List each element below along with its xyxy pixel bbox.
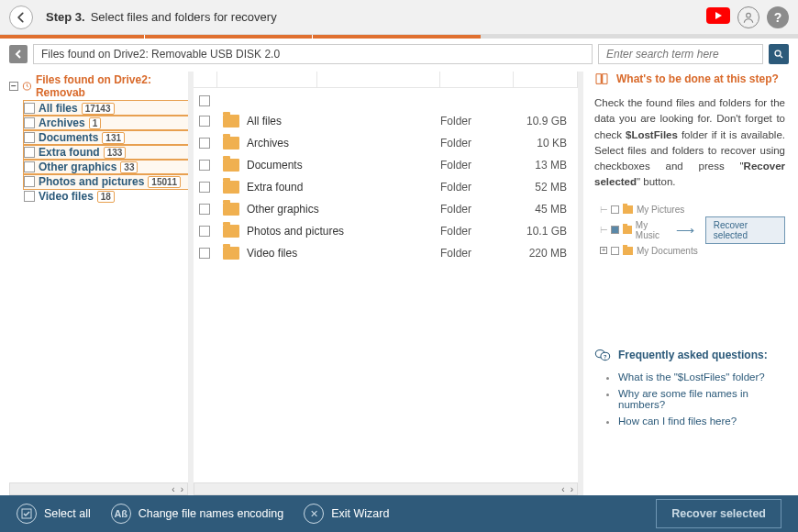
row-checkbox[interactable]	[199, 116, 210, 127]
tree-item-count: 15011	[148, 176, 181, 188]
row-checkbox[interactable]	[199, 226, 210, 237]
file-row[interactable]: Video filesFolder220 MB	[194, 242, 578, 264]
checkbox[interactable]	[24, 176, 35, 187]
help-diagram: ⊢My Pictures ⊢My Music⟶Recover selected …	[594, 204, 785, 257]
folder-icon	[223, 247, 239, 260]
scroll-area: ‹› ‹›	[9, 482, 789, 495]
checkbox-all[interactable]	[199, 95, 210, 106]
grid-h-scroll[interactable]: ‹›	[194, 482, 578, 495]
file-row[interactable]: All filesFolder10.9 GB	[194, 110, 578, 132]
tree-h-scroll[interactable]: ‹›	[9, 482, 188, 495]
sidebar-heading: What's to be done at this step?	[594, 72, 785, 86]
tree-root[interactable]: − Files found on Drive2: Removab	[9, 72, 188, 101]
file-name: Video files	[247, 247, 297, 260]
file-type: Folder	[440, 137, 514, 150]
tree-item-count: 133	[104, 147, 127, 159]
file-row[interactable]: Photos and picturesFolder10.1 GB	[194, 220, 578, 242]
file-type: Folder	[440, 159, 514, 172]
checkbox[interactable]	[24, 117, 35, 128]
file-row[interactable]: Extra foundFolder52 MB	[194, 176, 578, 198]
file-row[interactable]: ArchivesFolder10 KB	[194, 132, 578, 154]
main-content: − Files found on Drive2: Removab All fil…	[0, 72, 798, 499]
tree-item[interactable]: Documents 131	[24, 130, 188, 145]
book-icon	[594, 72, 609, 86]
tree-item-count: 17143	[82, 103, 115, 115]
sidebar-text: Check the found files and folders for th…	[594, 95, 785, 191]
step-title: Select files and folders for recovery	[91, 10, 277, 24]
file-size: 220 MB	[514, 247, 578, 260]
account-icon[interactable]	[737, 6, 759, 28]
file-row[interactable]: Other graphicsFolder45 MB	[194, 198, 578, 220]
tree-item-label: Other graphics	[39, 161, 116, 173]
checkbox[interactable]	[24, 103, 35, 114]
search-button[interactable]	[769, 44, 789, 64]
folder-icon	[223, 203, 239, 216]
tree-item[interactable]: Extra found 133	[24, 145, 188, 160]
folder-icon	[223, 159, 239, 172]
collapse-icon[interactable]: −	[9, 82, 18, 91]
tree-item-label: Video files	[39, 190, 94, 203]
close-icon: ✕	[304, 504, 324, 524]
encoding-button[interactable]: Aß Change file names encoding	[111, 504, 283, 524]
file-size: 10.9 GB	[514, 115, 578, 127]
checkbox[interactable]	[24, 161, 35, 172]
help-icon[interactable]: ?	[767, 6, 789, 28]
faq-link[interactable]: What is the "$LostFiles" folder?	[618, 371, 765, 382]
path-bar	[0, 39, 798, 72]
file-name: Other graphics	[247, 203, 319, 216]
tree-item-label: All files	[39, 102, 78, 115]
search-input[interactable]	[598, 44, 763, 64]
file-name: Documents	[247, 159, 303, 172]
tree-item-label: Extra found	[39, 146, 100, 159]
arrow-left-icon	[15, 11, 28, 24]
file-name: All files	[247, 115, 282, 127]
file-name: Photos and pictures	[247, 225, 344, 238]
file-size: 10 KB	[514, 137, 578, 150]
tree-item[interactable]: Video files 18	[24, 189, 188, 204]
tree-item-count: 131	[102, 132, 125, 144]
faq-icon: ?	[594, 349, 611, 361]
svg-text:?: ?	[604, 353, 607, 359]
tree-item-count: 18	[97, 191, 115, 203]
tree-item[interactable]: Other graphics 33	[24, 160, 188, 174]
recover-selected-button[interactable]: Recover selected	[656, 499, 781, 528]
tree-item[interactable]: Archives 1	[24, 116, 188, 130]
back-button[interactable]	[9, 6, 33, 29]
checkbox[interactable]	[24, 191, 35, 202]
row-checkbox[interactable]	[199, 160, 210, 171]
help-sidebar: What's to be done at this step? Check th…	[583, 72, 789, 499]
file-type: Folder	[440, 181, 514, 194]
file-type: Folder	[440, 247, 514, 260]
file-name: Archives	[247, 137, 289, 150]
tree-item[interactable]: Photos and pictures 15011	[24, 174, 188, 189]
faq-link[interactable]: Why are some file names in numbers?	[618, 388, 748, 410]
youtube-icon[interactable]	[706, 7, 730, 27]
grid-header	[194, 72, 578, 88]
select-all-icon	[17, 504, 37, 524]
file-size: 52 MB	[514, 181, 578, 194]
app-header: Step 3. Select files and folders for rec…	[0, 0, 798, 35]
row-checkbox[interactable]	[199, 138, 210, 149]
file-row[interactable]: DocumentsFolder13 MB	[194, 154, 578, 176]
svg-point-1	[747, 13, 751, 17]
faq-link[interactable]: How can I find files here?	[618, 416, 737, 427]
path-input[interactable]	[33, 44, 593, 64]
folder-icon	[223, 181, 239, 194]
checkbox[interactable]	[24, 147, 35, 158]
step-label: Step 3.	[46, 10, 85, 24]
checkbox[interactable]	[24, 132, 35, 143]
clock-icon	[22, 81, 32, 92]
tree-item[interactable]: All files 17143	[24, 101, 188, 116]
encoding-icon: Aß	[111, 504, 131, 524]
path-back-button[interactable]	[9, 45, 28, 63]
row-checkbox[interactable]	[199, 182, 210, 193]
row-checkbox[interactable]	[199, 204, 210, 215]
exit-wizard-button[interactable]: ✕ Exit Wizard	[304, 504, 389, 524]
folder-icon	[223, 137, 239, 150]
file-grid: All filesFolder10.9 GBArchivesFolder10 K…	[194, 72, 578, 499]
select-all-button[interactable]: Select all	[17, 504, 91, 524]
row-checkbox[interactable]	[199, 248, 210, 259]
file-type: Folder	[440, 225, 514, 238]
progress-bar	[0, 35, 798, 39]
file-size: 13 MB	[514, 159, 578, 172]
